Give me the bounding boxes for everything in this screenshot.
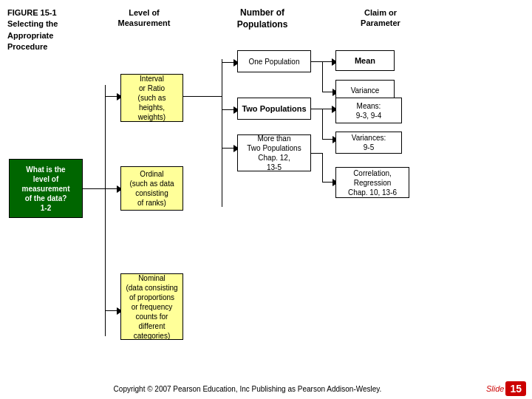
slide-number: 15	[505, 381, 526, 396]
footer-copyright: Copyright © 2007 Pearson Education, Inc …	[7, 385, 488, 393]
mean-box: Mean	[335, 50, 395, 71]
col-header-populations: Number ofPopulations	[218, 7, 307, 30]
correlation-box: Correlation,RegressionChap. 10, 13-6	[335, 167, 409, 198]
slide-label: Slide	[486, 384, 504, 393]
one-population-box: One Population	[237, 50, 311, 72]
col-header-claim: Claim orParameter	[336, 7, 425, 29]
more-populations-box: More thanTwo PopulationsChap. 12,13-5	[237, 134, 311, 171]
figure-title: FIGURE 15-1 Selecting theAppropriateProc…	[7, 7, 96, 53]
what-is-box: What is thelevel ofmeasurementof the dat…	[9, 159, 83, 218]
two-populations-box: Two Populations	[237, 98, 311, 120]
figure-subtitle: Selecting theAppropriateProcedure	[7, 19, 58, 51]
ordinal-box: Ordinal(such as dataconsistingof ranks)	[120, 166, 183, 211]
col-header-measurement: Level ofMeasurement	[107, 7, 181, 29]
means-box: Means:9-3, 9-4	[335, 98, 402, 123]
nominal-box: Nominal(data consistingof proportionsor …	[120, 273, 183, 340]
variances-box: Variances:9-5	[335, 132, 402, 154]
slide-badge: Slide 15	[486, 381, 526, 396]
interval-box: Intervalor Ratio(such asheights,weights)	[120, 74, 183, 122]
